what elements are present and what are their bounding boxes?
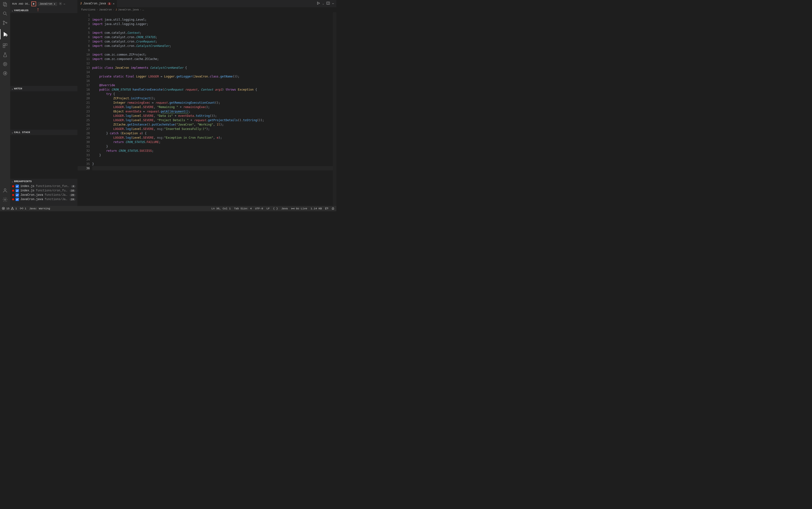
line-number[interactable]: 11	[78, 57, 90, 61]
settings-gear-icon[interactable]	[2, 197, 8, 203]
code-line[interactable]: ZCCache.getInstance().putCacheValue("Jav…	[92, 123, 333, 127]
code-line[interactable]: @Override	[92, 83, 333, 88]
line-number[interactable]: 29	[78, 136, 90, 140]
run-debug-icon[interactable]	[0, 29, 10, 39]
code-line[interactable]: } catch (Exception e) {	[92, 131, 333, 136]
code-line[interactable]	[92, 48, 333, 53]
code-line[interactable]	[92, 157, 333, 162]
line-number[interactable]: 26	[78, 123, 90, 127]
line-number[interactable]: 36	[78, 166, 90, 170]
line-number[interactable]: 13	[78, 66, 90, 70]
chevron-down-icon[interactable]: ⌄	[323, 2, 324, 5]
code-line[interactable]	[92, 166, 333, 170]
status-java-mode[interactable]: Java: Warning	[29, 207, 50, 210]
code-line[interactable]: import com.zc.common.ZCProject;	[92, 53, 333, 57]
code-line[interactable]: LOGGER.log(Level.SEVERE, "Remaining " + …	[92, 105, 333, 109]
code-line[interactable]: }	[92, 153, 333, 157]
code-editor[interactable]: import java.util.logging.Level;import ja…	[92, 12, 333, 206]
code-line[interactable]: public CRON_STATUS handleCronExecute(Cro…	[92, 88, 333, 92]
code-line[interactable]: }	[92, 162, 333, 166]
line-number[interactable]: 32	[78, 148, 90, 153]
accounts-icon[interactable]	[2, 188, 8, 193]
thunder-icon[interactable]	[2, 70, 8, 76]
line-number[interactable]: 28	[78, 131, 90, 136]
breakpoint-row[interactable]: index.js functions/cron_func_1 16	[10, 189, 77, 193]
line-number[interactable]: 22	[78, 105, 90, 109]
breadcrumb-item[interactable]: JavaCron	[99, 8, 112, 11]
line-number[interactable]: 10	[78, 53, 90, 57]
breakpoint-row[interactable]: index.js functions/cron_func_1 4	[10, 184, 77, 189]
status-tab-size[interactable]: Tab Size: 4	[234, 207, 252, 210]
code-line[interactable]: Integer remainingExec = request.getRemai…	[92, 101, 333, 105]
code-line[interactable]: import com.catalyst.cron.CRON_STATUS;	[92, 35, 333, 39]
start-debugging-button[interactable]	[31, 1, 36, 6]
status-eol[interactable]: LF	[266, 207, 270, 210]
breakpoint-row[interactable]: JavaCron.java functions/JavaC… 20	[10, 193, 77, 197]
more-editor-icon[interactable]: ⋯	[332, 2, 334, 6]
code-line[interactable]: import java.util.logging.Level;	[92, 18, 333, 22]
debug-config-dropdown[interactable]: JavaCron ▾	[38, 2, 57, 6]
breadcrumb-item[interactable]: JavaCron.java	[118, 8, 139, 11]
line-number[interactable]: 33	[78, 153, 90, 157]
line-number[interactable]: 12	[78, 61, 90, 66]
run-icon[interactable]	[317, 1, 320, 6]
line-number[interactable]: 2	[78, 18, 90, 22]
code-line[interactable]: ZCProject.initProject();	[92, 96, 333, 101]
code-line[interactable]: return CRON_STATUS.SUCCESS;	[92, 148, 333, 153]
close-tab-icon[interactable]: ✕	[113, 2, 115, 6]
line-number[interactable]: 16	[78, 79, 90, 83]
line-number[interactable]: 25	[78, 118, 90, 123]
line-number[interactable]: 15	[78, 74, 90, 79]
code-line[interactable]: public class JavaCron implements Catalys…	[92, 66, 333, 70]
code-line[interactable]: Object eventData = request.getAllArgumen…	[92, 109, 333, 114]
line-number[interactable]: 18	[78, 88, 90, 92]
line-number[interactable]: 23	[78, 109, 90, 114]
line-number[interactable]: 20	[78, 96, 90, 101]
status-feedback-icon[interactable]	[325, 207, 328, 210]
line-number[interactable]: 21	[78, 101, 90, 105]
callstack-section-header[interactable]: ⌄ CALL STACK	[10, 130, 77, 135]
line-number[interactable]: 30	[78, 140, 90, 144]
line-number[interactable]: 17	[78, 83, 90, 88]
circle-icon[interactable]	[2, 61, 8, 67]
debug-settings-icon[interactable]	[59, 2, 62, 6]
line-number[interactable]: 3	[78, 22, 90, 26]
breadcrumbs[interactable]: functions › JavaCron › J JavaCron.java ›…	[78, 7, 336, 12]
status-go-live[interactable]: Go Live	[291, 207, 307, 210]
code-line[interactable]: LOGGER.log(Level.SEVERE, msg:"Exception …	[92, 136, 333, 140]
tab-javacron[interactable]: J JavaCron.java 1 ✕	[78, 0, 117, 7]
line-number[interactable]: 19	[78, 92, 90, 96]
line-number[interactable]: 35	[78, 162, 90, 166]
code-line[interactable]: private static final Logger LOGGER = Log…	[92, 74, 333, 79]
code-line[interactable]	[92, 70, 333, 74]
breakpoint-checkbox[interactable]	[15, 193, 19, 197]
line-number[interactable]: 14	[78, 70, 90, 74]
code-line[interactable]: LOGGER.log(Level.SEVERE, msg:"Inserted S…	[92, 127, 333, 131]
status-ports[interactable]: 1	[20, 207, 27, 210]
breakpoint-row[interactable]: JavaCron.java functions/JavaC… 24	[10, 197, 77, 202]
line-number[interactable]: 27	[78, 127, 90, 131]
breadcrumb-item[interactable]: …	[142, 8, 144, 11]
status-cursor-pos[interactable]: Ln 36, Col 1	[211, 207, 230, 210]
code-line[interactable]: return CRON_STATUS.FAILURE;	[92, 140, 333, 144]
breakpoint-checkbox[interactable]	[15, 184, 19, 188]
code-line[interactable]	[92, 13, 333, 18]
line-number[interactable]: 31	[78, 144, 90, 148]
code-line[interactable]: import java.util.logging.Logger;	[92, 22, 333, 26]
code-line[interactable]: import com.catalyst.Context;	[92, 31, 333, 35]
line-number[interactable]: 9	[78, 48, 90, 53]
status-bell-icon[interactable]	[332, 207, 334, 210]
line-number[interactable]: 4	[78, 26, 90, 31]
code-line[interactable]	[92, 61, 333, 66]
code-line[interactable]: import com.zc.component.cache.ZCCache;	[92, 57, 333, 61]
line-number[interactable]: 7	[78, 39, 90, 44]
source-control-icon[interactable]	[2, 20, 8, 26]
breadcrumb-item[interactable]: functions	[81, 8, 96, 11]
line-gutter[interactable]: 1234567891011121314151617181920212223242…	[78, 12, 92, 206]
minimap[interactable]	[333, 12, 336, 206]
line-number[interactable]: 34	[78, 157, 90, 162]
line-number[interactable]: 6	[78, 35, 90, 39]
line-number[interactable]: 24	[78, 114, 90, 118]
code-line[interactable]	[92, 79, 333, 83]
code-line[interactable]: LOGGER.log(Level.SEVERE, "Data is" + eve…	[92, 114, 333, 118]
